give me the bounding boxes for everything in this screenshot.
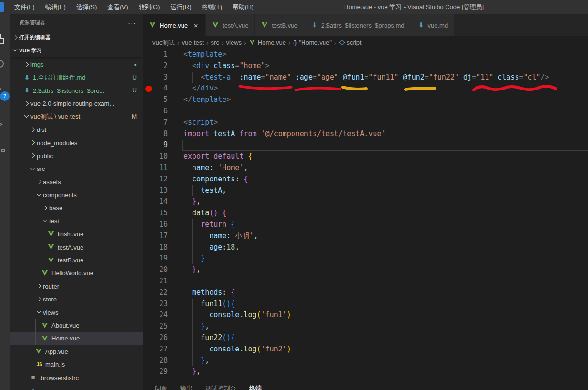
line-number[interactable]: 19 <box>143 253 168 264</box>
tree-item-label: About.vue <box>51 322 80 329</box>
tree-item-src[interactable]: src <box>10 162 143 175</box>
line-number[interactable]: 25 <box>143 321 168 332</box>
line-number[interactable]: 18 <box>143 242 168 253</box>
tab-vue.md[interactable]: ⬇vue.md <box>411 14 455 36</box>
tree-item-views[interactable]: views <box>10 306 143 319</box>
panel-tab-输出[interactable]: 输出 <box>180 384 193 390</box>
line-number[interactable]: 5 <box>143 94 168 106</box>
code-line-19: 19 } <box>143 253 588 264</box>
tree-item-store[interactable]: store <box>10 293 143 306</box>
panel-tab-终端[interactable]: 终端 <box>249 384 262 390</box>
line-number[interactable]: 23 <box>143 299 168 310</box>
breadcrumb-item[interactable]: vue测试 <box>152 39 175 47</box>
tree-item-imgs[interactable]: imgs● <box>10 58 143 71</box>
line-number[interactable]: 7 <box>143 117 168 129</box>
tree-item-Home.vue[interactable]: Home.vue <box>10 332 143 345</box>
tree-item-HelloWorld.vue[interactable]: HelloWorld.vue <box>10 267 143 280</box>
tree-item-.browserslistrc[interactable]: ≡.browserslistrc <box>10 371 143 384</box>
line-number[interactable]: 12 <box>143 174 168 185</box>
tree-item-public[interactable]: public <box>10 150 143 162</box>
tree-item-testA.vue[interactable]: testA.vue <box>10 240 143 253</box>
line-number[interactable]: 9 <box>143 140 168 151</box>
tree-item-App.vue[interactable]: App.vue <box>10 345 143 358</box>
line-number[interactable]: 3 <box>143 72 168 83</box>
breadcrumb-item[interactable]: views <box>226 39 242 46</box>
breadcrumb-label: vue-test <box>182 39 204 46</box>
chevron-right-icon <box>11 34 19 41</box>
menu-item[interactable]: 选择(S) <box>71 0 102 14</box>
tab-testA.vue[interactable]: testA.vue <box>206 14 255 36</box>
search-icon[interactable] <box>0 60 9 74</box>
tree-item-partial[interactable]: ◆ <box>10 384 143 390</box>
tab-Home.vue[interactable]: Home.vue× <box>143 14 206 36</box>
tree-item-testB.vue[interactable]: testB.vue <box>10 254 143 267</box>
line-number[interactable]: 13 <box>143 185 168 197</box>
menu-item[interactable]: 转到(G) <box>133 0 165 14</box>
section-open-editors[interactable]: 打开的编辑器 <box>10 31 143 44</box>
code-text: return { <box>183 219 235 230</box>
tree-item-vue_vue-test[interactable]: vue测试 \ vue-testM <box>10 110 143 123</box>
more-actions-icon[interactable]: ··· <box>128 19 136 27</box>
line-number[interactable]: 26 <box>143 332 168 344</box>
panel-tab-调试控制台[interactable]: 调试控制台 <box>205 384 236 390</box>
tree-item-2._attrs__listeners__pro...[interactable]: ⬇2.$attrs_$listeners_$pro...U <box>10 84 143 97</box>
tree-item-base[interactable]: base <box>10 201 143 214</box>
tree-item-node_modules[interactable]: node_modules <box>10 136 143 149</box>
tree-item-assets[interactable]: assets <box>10 176 143 189</box>
tree-item-1._.md[interactable]: ⬇1.全局注册组件.mdU <box>10 71 143 84</box>
breadcrumb-item[interactable]: {}"Home.vue" <box>293 39 332 46</box>
close-icon[interactable]: × <box>193 21 199 30</box>
explorer-sidebar: 资源管理器 ··· 打开的编辑器 VUE 学习 imgs●⬇1.全局注册组件.m… <box>10 14 143 390</box>
tree-item-linshi.vue[interactable]: linshi.vue <box>10 228 143 240</box>
breadcrumb-item[interactable]: Home.vue <box>249 39 286 46</box>
breadcrumb-item[interactable]: script <box>339 39 362 46</box>
line-number[interactable]: 29 <box>143 366 168 378</box>
tab-testB.vue[interactable]: testB.vue <box>255 14 304 36</box>
line-number[interactable]: 11 <box>143 162 168 174</box>
menu-item[interactable]: 帮助(H) <box>227 0 259 14</box>
line-number[interactable]: 14 <box>143 196 168 208</box>
menu-item[interactable]: 编辑(E) <box>40 0 71 14</box>
code-line-11: 11 name: 'Home', <box>143 162 588 174</box>
menu-item[interactable]: 查看(V) <box>102 0 133 14</box>
tree-item-dist[interactable]: dist <box>10 123 143 136</box>
breadcrumb-item[interactable]: vue-test <box>182 39 204 46</box>
line-number[interactable]: 8 <box>143 129 168 140</box>
tab-2._attrs__listeners__props.md[interactable]: ⬇2.$attrs_$listeners_$props.md <box>304 14 411 36</box>
breadcrumb-item[interactable]: src <box>211 39 219 46</box>
run-debug-icon[interactable] <box>0 120 9 134</box>
line-number[interactable]: 21 <box>143 276 168 287</box>
explorer-icon[interactable] <box>0 34 9 49</box>
line-number[interactable]: 4 <box>143 83 168 94</box>
code-editor[interactable]: 1<template>2 <div class="home">3 <test-a… <box>143 49 588 380</box>
line-number[interactable]: 2 <box>143 60 168 72</box>
line-number[interactable]: 1 <box>143 49 168 60</box>
section-vue-project[interactable]: VUE 学习 <box>10 44 143 57</box>
panel-tab-问题[interactable]: 问题 <box>155 384 167 390</box>
tree-item-test[interactable]: test <box>10 215 143 228</box>
menu-item[interactable]: 运行(R) <box>165 0 196 14</box>
tree-item-components[interactable]: components <box>10 189 143 201</box>
line-number[interactable]: 15 <box>143 208 168 219</box>
line-number[interactable]: 22 <box>143 287 168 299</box>
tree-item-About.vue[interactable]: About.vue <box>10 319 143 332</box>
line-number[interactable]: 28 <box>143 355 168 367</box>
menu-item[interactable]: 文件(F) <box>9 0 40 14</box>
line-number[interactable]: 27 <box>143 344 168 355</box>
extensions-icon[interactable] <box>0 149 9 163</box>
line-number[interactable]: 24 <box>143 310 168 321</box>
menu-item[interactable]: 终端(T) <box>196 0 227 14</box>
tree-item-vue-2.0-simple-routing-exam...[interactable]: vue-2.0-simple-routing-exam... <box>10 97 143 110</box>
line-number[interactable]: 16 <box>143 219 168 230</box>
line-number[interactable]: 20 <box>143 264 168 276</box>
file-icon-vue <box>212 22 220 29</box>
tree-item-router[interactable]: router <box>10 280 143 293</box>
line-number[interactable]: 10 <box>143 151 168 162</box>
tree-item-main.js[interactable]: JSmain.js <box>10 358 143 371</box>
file-icon-vue <box>48 231 56 238</box>
code-text: import testA from '@/components/test/tes… <box>183 129 385 140</box>
git-status-badge: M <box>132 113 137 120</box>
line-number[interactable]: 17 <box>143 230 168 242</box>
file-icon-md: ⬇ <box>311 22 319 29</box>
line-number[interactable]: 6 <box>143 106 168 117</box>
